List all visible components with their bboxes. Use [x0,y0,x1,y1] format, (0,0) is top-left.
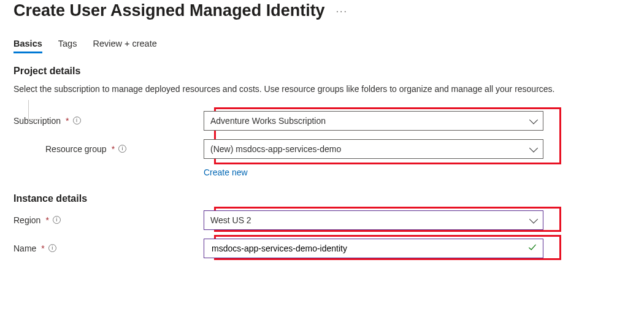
more-actions-icon[interactable]: ··· [336,6,348,17]
instance-details-heading: Instance details [13,193,632,204]
name-input[interactable] [210,243,523,254]
resource-group-select[interactable]: (New) msdocs-app-services-demo [204,139,543,159]
region-select[interactable]: West US 2 [204,210,543,230]
tab-tags[interactable]: Tags [58,39,77,53]
subscription-select[interactable]: Adventure Works Subscription [204,111,543,131]
name-input-wrapper [204,239,543,258]
tab-bar: Basics Tags Review + create [13,39,632,53]
project-details-heading: Project details [13,66,632,77]
create-new-link[interactable]: Create new [204,167,248,177]
tree-connector [28,100,43,120]
required-icon: * [112,144,115,154]
resource-group-label: Resource group [45,144,107,154]
info-icon[interactable]: i [53,216,61,224]
tab-review-create[interactable]: Review + create [93,39,156,53]
required-icon: * [66,116,69,126]
name-label: Name [13,243,36,253]
project-details-description: Select the subscription to manage deploy… [13,83,602,96]
region-label: Region [13,215,40,225]
tab-basics[interactable]: Basics [13,39,42,53]
region-value: West US 2 [210,215,251,225]
check-icon [528,243,537,253]
page-title: Create User Assigned Managed Identity [13,1,325,20]
info-icon[interactable]: i [48,244,56,252]
required-icon: * [41,243,44,253]
chevron-down-icon [529,215,538,223]
chevron-down-icon [529,144,538,152]
info-icon[interactable]: i [118,145,126,153]
subscription-value: Adventure Works Subscription [210,116,326,126]
info-icon[interactable]: i [73,117,81,125]
chevron-down-icon [529,115,538,124]
required-icon: * [45,215,48,225]
resource-group-value: (New) msdocs-app-services-demo [210,144,341,154]
